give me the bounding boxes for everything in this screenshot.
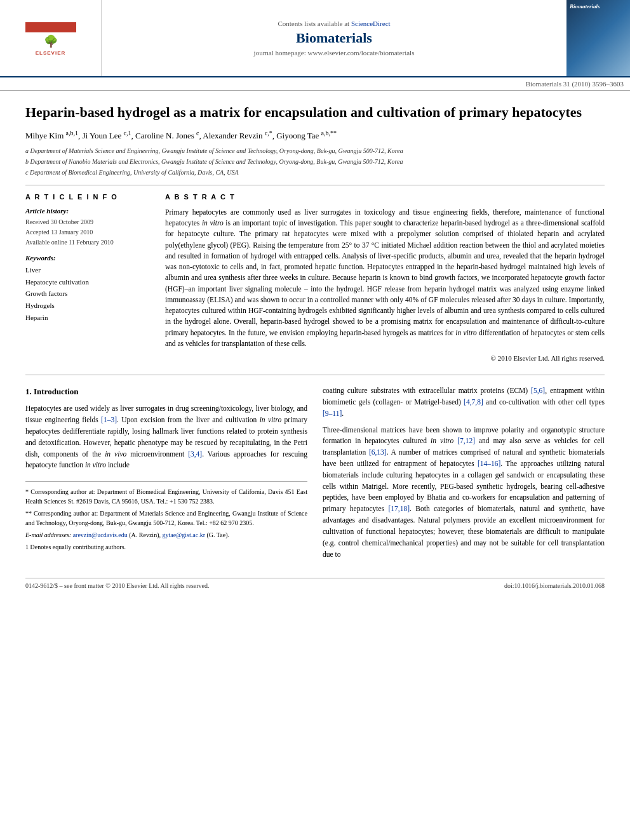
footer-copyright: 0142-9612/$ – see front matter © 2010 El… — [25, 582, 209, 589]
publisher-logo-area: 🌳 ELSEVIER — [0, 0, 102, 76]
authors-line: Mihye Kim a,b,1, Ji Youn Lee c,1, Caroli… — [25, 130, 605, 141]
elsevier-logo: 🌳 ELSEVIER — [25, 22, 76, 54]
email1-name: (A. Revzin), — [129, 531, 161, 538]
cover-title: Biomaterials — [570, 3, 600, 10]
available-date: Available online 11 February 2010 — [25, 237, 152, 248]
keywords-label: Keywords: — [25, 254, 152, 262]
keyword-4: Hydrogels — [25, 300, 152, 312]
journal-cover: Biomaterials — [566, 0, 630, 76]
footnote-corresponding1: * Corresponding author at: Department of… — [25, 487, 307, 506]
journal-homepage: journal homepage: www.elsevier.com/locat… — [254, 49, 415, 57]
elsevier-logo-image: 🌳 ELSEVIER — [25, 22, 76, 54]
header-divider — [25, 185, 605, 185]
cover-image: Biomaterials — [566, 0, 630, 76]
intro-para-3: Three-dimensional matrices have been sho… — [323, 425, 605, 561]
article-issue-line: Biomaterials 31 (2010) 3596–3603 — [0, 77, 630, 91]
ref-1-3[interactable]: [1–3] — [101, 416, 117, 423]
keyword-5: Heparin — [25, 312, 152, 324]
email2-name: (G. Tae). — [207, 531, 230, 538]
accepted-date: Accepted 13 January 2010 — [25, 227, 152, 237]
copyright: © 2010 Elsevier Ltd. All rights reserved… — [165, 354, 605, 362]
info-abstract-columns: A R T I C L E I N F O Article history: R… — [25, 193, 605, 362]
footnotes: * Corresponding author at: Department of… — [25, 481, 307, 552]
abstract-column: A B S T R A C T Primary hepatocytes are … — [165, 193, 605, 362]
footnote-emails: E-mail addresses: arevzin@ucdavis.edu (A… — [25, 530, 307, 540]
page-footer: 0142-9612/$ – see front matter © 2010 El… — [25, 578, 605, 589]
main-content: Heparin-based hydrogel as a matrix for e… — [0, 91, 630, 602]
journal-header: 🌳 ELSEVIER Contents lists available at S… — [0, 0, 630, 77]
sciencedirect-link: Contents lists available at ScienceDirec… — [278, 20, 390, 27]
body-col-right: coating culture substrates with extracel… — [323, 385, 605, 565]
article-title: Heparin-based hydrogel as a matrix for e… — [25, 103, 605, 122]
keywords-section: Keywords: Liver Hepatocyte cultivation G… — [25, 254, 152, 323]
ref-6-13[interactable]: [6,13] — [369, 448, 387, 456]
ref-7-12[interactable]: [7,12] — [457, 437, 475, 444]
journal-info-center: Contents lists available at ScienceDirec… — [102, 0, 566, 76]
abstract-text: Primary hepatocytes are commonly used as… — [165, 207, 605, 349]
keyword-2: Hepatocyte cultivation — [25, 276, 152, 288]
article-info-column: A R T I C L E I N F O Article history: R… — [25, 193, 152, 362]
keyword-3: Growth factors — [25, 288, 152, 300]
ref-4-7-8[interactable]: [4,7,8] — [464, 398, 483, 406]
affil-b: b Department of Nanobio Materials and El… — [25, 157, 605, 166]
body-divider — [25, 375, 605, 375]
intro-para-2: coating culture substrates with extracel… — [323, 385, 605, 419]
journal-title: Biomaterials — [296, 30, 372, 46]
abstract-commonly-word: commonly — [243, 208, 274, 216]
footnote-equal-contrib: 1 Denotes equally contributing authors. — [25, 542, 307, 552]
article-info-label: A R T I C L E I N F O — [25, 193, 152, 201]
ref-9-11[interactable]: [9–11] — [323, 410, 342, 417]
body-col-left: 1. Introduction Hepatocytes are used wid… — [25, 385, 307, 565]
footnote-corresponding2: ** Corresponding author at: Department o… — [25, 509, 307, 528]
ref-5-6[interactable]: [5,6] — [531, 387, 545, 394]
email-revzin[interactable]: arevzin@ucdavis.edu — [73, 531, 128, 538]
affil-a: a Department of Materials Science and En… — [25, 146, 605, 156]
affiliations: a Department of Materials Science and En… — [25, 146, 605, 177]
ref-14-16[interactable]: [14–16] — [478, 460, 500, 467]
sciencedirect-anchor[interactable]: ScienceDirect — [351, 20, 391, 27]
abstract-label: A B S T R A C T — [165, 193, 605, 201]
body-columns: 1. Introduction Hepatocytes are used wid… — [25, 385, 605, 565]
abstract-the-word: the — [274, 340, 283, 347]
history-label: Article history: — [25, 207, 152, 215]
footer-doi: doi:10.1016/j.biomaterials.2010.01.068 — [504, 582, 605, 589]
section1-heading: 1. Introduction — [25, 385, 307, 398]
article-history: Article history: Received 30 October 200… — [25, 207, 152, 248]
affil-c: c Department of Biomedical Engineering, … — [25, 168, 605, 177]
received-date: Received 30 October 2009 — [25, 217, 152, 227]
the-word-ref: the — [92, 450, 101, 458]
ref-17-18[interactable]: [17,18] — [388, 505, 410, 512]
ref-3-4[interactable]: [3,4] — [188, 450, 202, 458]
intro-para-1: Hepatocytes are used widely as liver sur… — [25, 403, 307, 471]
keyword-1: Liver — [25, 264, 152, 276]
email-tae[interactable]: gytae@gist.ac.kr — [162, 531, 205, 538]
